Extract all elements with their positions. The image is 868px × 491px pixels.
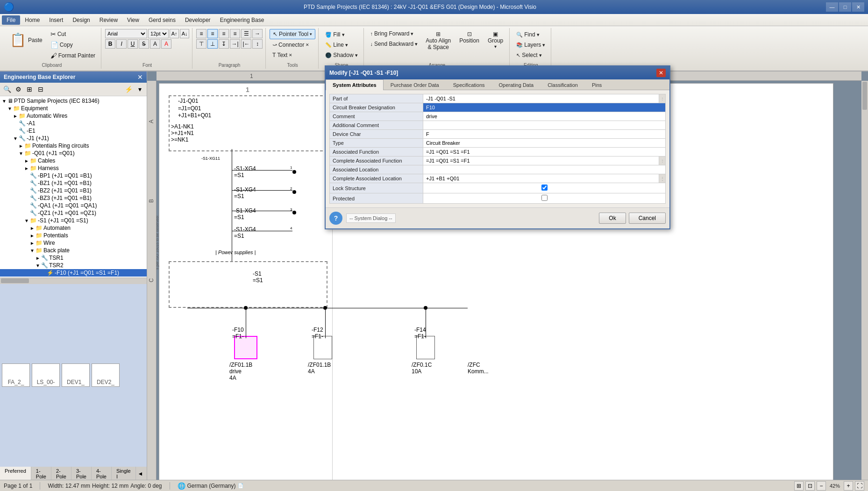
shadow-button[interactable]: 🌑 Shadow ▾ [322, 50, 360, 60]
tree-item[interactable]: ▼ 📁 -S1 (+J1 =Q01 =S1) [0, 217, 147, 224]
tree-item[interactable]: ► 📁 Wire [0, 239, 147, 247]
input-type[interactable] [426, 140, 651, 146]
resize-handle[interactable]: ⋮ [659, 94, 665, 103]
tab-classification[interactable]: Classification [541, 79, 585, 90]
tab-specifications[interactable]: Specifications [446, 79, 492, 90]
menu-home[interactable]: Home [20, 15, 44, 25]
decrease-indent-button[interactable]: |← [241, 39, 251, 49]
expand-icon[interactable]: ▼ [30, 248, 36, 253]
font-face-select[interactable]: Arial [105, 29, 147, 38]
justify-button[interactable]: ≡ [230, 29, 240, 38]
sidebar-tab-preferred[interactable]: Preferred [0, 467, 31, 481]
menu-file[interactable]: File [2, 15, 20, 25]
tab-pins[interactable]: Pins [585, 79, 609, 90]
input-part-of[interactable] [426, 96, 651, 101]
attr-value-type[interactable] [423, 139, 666, 148]
line-button[interactable]: 📏 Line ▾ [322, 40, 360, 50]
find-button[interactable]: 🔍 Find ▾ [513, 30, 548, 39]
tree-item[interactable]: ► 📁 Automatic Wires [0, 112, 147, 120]
attr-value-add-comment[interactable] [423, 121, 666, 130]
tree-item[interactable]: 🔧 -BZ1 (+J1 =Q01 =B1) [0, 179, 147, 187]
expand-icon[interactable]: ► [24, 158, 30, 164]
dialog-close-button[interactable]: ✕ [656, 69, 666, 77]
sidebar-options-button[interactable]: ▾ [135, 84, 145, 94]
bring-forward-button[interactable]: ↑ Bring Forward ▾ [368, 29, 421, 38]
expand-icon[interactable]: ► [24, 166, 30, 171]
checkbox-protected[interactable] [541, 195, 548, 201]
format-painter-button[interactable]: 🖌 Format Painter [48, 50, 98, 61]
expand-icon[interactable]: ▼ [7, 106, 13, 111]
vscroll-canvas[interactable] [861, 81, 868, 487]
tree-item[interactable]: ▼ 📁 Back plate [0, 247, 147, 254]
select-button[interactable]: ↖ Select ▾ [513, 50, 548, 60]
expand-icon[interactable]: ► [30, 241, 36, 246]
sidebar-tab-1pole[interactable]: 1-Pole [31, 467, 51, 481]
menu-insert[interactable]: Insert [44, 15, 68, 25]
strikethrough-button[interactable]: S̶ [139, 39, 149, 49]
input-designation[interactable] [426, 105, 651, 110]
vscroll-thumb-canvas[interactable] [862, 82, 867, 110]
fill-button[interactable]: 🪣 Fill ▾ [322, 30, 360, 39]
tree-item[interactable]: ▼ 📁 Equipment [0, 105, 147, 112]
align-right-button[interactable]: ≡ [219, 29, 229, 38]
menu-view[interactable]: View [122, 15, 144, 25]
menu-review[interactable]: Review [95, 15, 122, 25]
expand-icon[interactable]: ▼ [36, 263, 41, 268]
copy-button[interactable]: 📄 Copy [48, 40, 98, 50]
attr-value-device-char[interactable] [423, 130, 666, 139]
menu-developer[interactable]: Developer [180, 15, 215, 25]
tree-item[interactable]: 🔧 -QZ1 (+J1 =Q01 =QZ1) [0, 209, 147, 217]
input-add-comment[interactable] [426, 122, 651, 128]
indent-button[interactable]: → [252, 29, 263, 38]
sidebar-filter-button[interactable]: ⚙ [13, 84, 23, 94]
input-assoc-function[interactable] [426, 149, 651, 155]
tree-item[interactable]: 🔧 -E1 [0, 127, 147, 135]
hscroll-thumb[interactable] [1, 278, 29, 283]
tab-purchase-order[interactable]: Purchase Order Data [384, 79, 446, 90]
text-button[interactable]: T Text ✕ [270, 50, 315, 60]
attr-value-assoc-function[interactable] [423, 148, 666, 157]
group-button[interactable]: ▣ Group ▾ [484, 29, 506, 51]
expand-icon[interactable]: ► [30, 226, 36, 231]
expand-icon[interactable]: ▼ [19, 151, 24, 156]
underline-button[interactable]: U [128, 39, 138, 49]
line-spacing-button[interactable]: ↕ [252, 39, 263, 49]
tree-item[interactable]: 🔧 -BZ2 (+J1 =Q01 =B1) [0, 187, 147, 194]
tree-item[interactable]: ► 📁 Cables [0, 157, 147, 164]
tree-item[interactable]: 🔧 -BP1 (+J1 =Q01 =B1) [0, 172, 147, 179]
fullscreen-button[interactable]: ⛶ [855, 481, 864, 491]
input-device-char[interactable] [426, 131, 651, 137]
cut-button[interactable]: ✂ Cut [48, 29, 98, 39]
sidebar-tab-2pole[interactable]: 2-Pole [51, 467, 71, 481]
input-complete-assoc-function[interactable] [426, 158, 651, 164]
expand-icon[interactable]: ► [36, 256, 41, 261]
auto-align-button[interactable]: ⊞ Auto Align & Space [422, 29, 454, 52]
expand-icon[interactable]: ► [19, 143, 24, 149]
layers-button[interactable]: 📚 Layers ▾ [513, 40, 548, 50]
tree-item[interactable]: ▼ 🔧 -J1 (+J1) [0, 135, 147, 142]
tree-item[interactable]: ► 🔧 TSR1 [0, 254, 147, 262]
zoom-100-button[interactable]: ⊡ [805, 481, 815, 491]
sidebar-collapse-button[interactable]: ⊟ [36, 84, 46, 94]
tabs-nav-prev[interactable]: ◄ [136, 467, 145, 481]
zoom-in-status-button[interactable]: + [844, 481, 853, 491]
expand-icon[interactable]: ▼ [13, 136, 19, 141]
tree-item[interactable]: ▼ 📁 -Q01 (+J1 =Q01) [0, 149, 147, 157]
thumb-dev2[interactable]: DEV2_ [92, 363, 120, 387]
menu-gerd-seins[interactable]: Gerd seins [144, 15, 180, 25]
tree-item[interactable]: ► 📁 Automaten [0, 224, 147, 232]
tree-item[interactable]: ▼ 🔧 TSR2 [0, 262, 147, 269]
sidebar-tab-3pole[interactable]: 3-Pole [71, 467, 92, 481]
pointer-tool-button[interactable]: ↖ Pointer Tool ▾ [270, 29, 315, 39]
sidebar-hscroll[interactable] [0, 278, 147, 284]
valign-bot-button[interactable]: ↧ [219, 39, 229, 49]
font-color-button[interactable]: A [150, 39, 160, 49]
checkbox-lock-structure[interactable] [541, 185, 548, 191]
connector-button[interactable]: ⤻ Connector ✕ [270, 40, 315, 50]
thumb-dev1[interactable]: DEV1_ [62, 363, 90, 387]
align-center-button[interactable]: ≡ [207, 29, 218, 38]
input-assoc-location[interactable] [426, 167, 651, 172]
font-shrink-button[interactable]: A↓ [180, 29, 189, 38]
cancel-button[interactable]: Cancel [629, 213, 666, 224]
sidebar-close-button[interactable]: ✕ [137, 73, 143, 81]
